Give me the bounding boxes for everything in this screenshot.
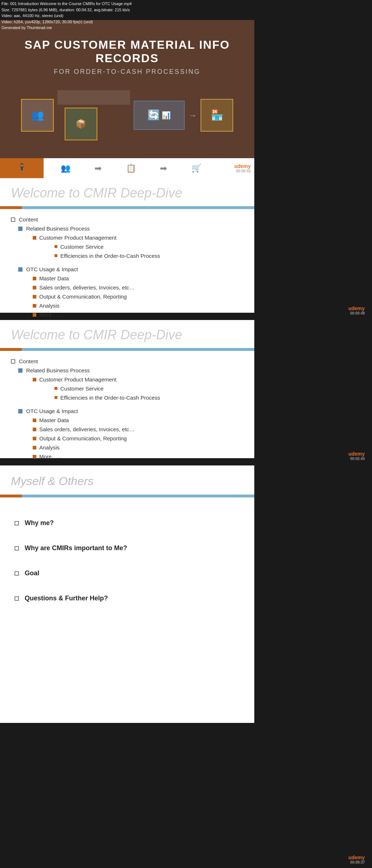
q-spacer-2	[15, 562, 240, 569]
slide-3-cpm-label: Customer Product Management	[39, 376, 117, 383]
slide-3-eff-label: Efficiencies in the Order-to-Cash Proces…	[60, 395, 160, 401]
slide-3-cpm: Customer Product Management Customer Ser…	[33, 376, 243, 401]
slide-2-so-label: Sales orders, deliveries, Invoices, etc…	[39, 284, 135, 291]
slide-3-cpm-children: Customer Service Efficiencies in the Ord…	[54, 385, 243, 401]
slide-3-an-label: Analysis	[39, 444, 60, 451]
flow-box-output: 🏪	[201, 99, 233, 132]
file-info-line4: Video: h264, yuv420p, 1280x720, 30.00 fp…	[1, 19, 132, 25]
bullet-an	[33, 304, 36, 308]
slide-5-panel: Why me? Why are CMIRs important to Me? G…	[0, 497, 254, 723]
slide-2-an-label: Analysis	[39, 303, 60, 309]
slide-3-rbp-label: Related Business Process	[26, 367, 90, 373]
bullet-further-help	[15, 596, 19, 601]
bullet-rbp	[18, 227, 23, 231]
flow-box-process: 🔄 📊	[134, 101, 185, 130]
slide-2-title: Welcome to CMIR Deep-Dive	[0, 178, 254, 206]
slide-3-so-label: Sales orders, deliveries, Invoices, etc…	[39, 426, 135, 432]
slide-2-more-label: More…...	[39, 312, 62, 318]
slide-2-divider	[0, 206, 254, 209]
bullet-md	[33, 277, 36, 280]
bullet-otc-3	[18, 409, 23, 413]
nav-arrow-2: ➡	[153, 158, 174, 178]
slide-3-cs-label: Customer Service	[60, 385, 104, 392]
slide-3-md-label: Master Data	[39, 417, 69, 423]
slide-hero: SAP CUSTOMER MATERIAL INFO RECORDS FOR O…	[0, 20, 254, 158]
slide-2-cpm: Customer Product Management Customer Ser…	[33, 235, 243, 259]
bullet-otc	[18, 267, 23, 272]
nav-item-3[interactable]: 📋	[109, 158, 153, 178]
nav-item-4[interactable]: 🛒	[174, 158, 218, 178]
slide-2-section-otc: OTC Usage & Impact Master Data Sales ord…	[18, 266, 243, 318]
bullet-content	[11, 217, 15, 222]
flow-middle: 🔄 📊	[134, 101, 185, 130]
slide-2-panel: Welcome to CMIR Deep-Dive Content Relate…	[0, 178, 254, 313]
slide-2-cs-label: Customer Service	[60, 244, 104, 250]
question-why-me: Why me?	[15, 519, 240, 527]
bullet-cs	[54, 245, 57, 248]
bullet-eff-3	[54, 396, 57, 399]
bullet-md-3	[33, 419, 36, 422]
bullet-content-3	[11, 359, 15, 364]
slide-4-panel-top: Myself & Others	[0, 465, 254, 495]
q-spacer-1	[15, 537, 240, 544]
further-help-label: Questions & Further Help?	[25, 595, 108, 602]
bullet-why-me	[15, 521, 19, 525]
slide-3-section-otc: OTC Usage & Impact Master Data Sales ord…	[18, 408, 243, 460]
flow-box-people: 👥	[21, 99, 54, 132]
slide-3-panel: Welcome to CMIR Deep-Dive Content Relate…	[0, 320, 254, 458]
bullet-eff	[54, 254, 57, 257]
goal-label: Goal	[25, 569, 39, 577]
file-info-line2: Size: 7297881 bytes (6.96 MiB), duration…	[1, 7, 132, 13]
udemy-watermark-2: udemy 00:00:49	[348, 305, 365, 315]
slide-3-section-rbp: Related Business Process Customer Produc…	[18, 367, 243, 401]
slide-4-title: Myself & Others	[0, 465, 254, 492]
slide-2-rbp-label: Related Business Process	[26, 225, 90, 232]
nav-item-1[interactable]: 🕴	[0, 158, 44, 178]
file-info-line5: Generated by Thumbnail.me	[1, 25, 132, 31]
bullet-so	[33, 286, 36, 289]
question-why-cmirs: Why are CMIRs important to Me?	[15, 544, 240, 552]
udemy-watermark-4: udemy 00:09:37	[348, 855, 365, 864]
slide-3-otc-items: Master Data Sales orders, deliveries, In…	[33, 417, 243, 460]
bullet-cpm-3	[33, 378, 36, 381]
slide-2-oc-label: Output & Communication, Reporting	[39, 293, 127, 300]
udemy-watermark-1: udemy 00:00:55	[234, 163, 251, 173]
navigation-bar: 🕴 👥 ➡ 📋 ➡ 🛒 udemy 00:00:55	[0, 158, 254, 178]
q-spacer-3	[15, 587, 240, 595]
question-further-help: Questions & Further Help?	[15, 595, 240, 602]
slide-2-content-label: Content	[11, 216, 243, 223]
nav-arrow-1: ➡	[87, 158, 109, 178]
slide-2-section-rbp: Related Business Process Customer Produc…	[18, 225, 243, 259]
bullet-so-3	[33, 428, 36, 431]
slide-3-title: Welcome to CMIR Deep-Dive	[0, 320, 254, 348]
slide-3-more-label: More…...	[39, 453, 62, 460]
flow-connector-top	[57, 90, 130, 105]
slide-2-eff-label: Efficiencies in the Order-to-Cash Proces…	[60, 253, 160, 259]
why-cmirs-label: Why are CMIRs important to Me?	[25, 544, 127, 552]
bullet-oc-3	[33, 437, 36, 440]
hero-title: SAP CUSTOMER MATERIAL INFO RECORDS	[0, 38, 254, 65]
flow-arrow-right: →	[188, 110, 197, 120]
slide-3-otc-label: OTC Usage & Impact	[26, 408, 78, 414]
slide-2-otc-items: Master Data Sales orders, deliveries, In…	[33, 275, 243, 318]
file-info-line3: Video: aac, 44100 Hz, stereo (und)	[1, 13, 132, 19]
bullet-goal	[15, 571, 19, 576]
bullet-cpm	[33, 236, 36, 240]
slide-2-cpm-children: Customer Service Efficiencies in the Ord…	[54, 244, 243, 259]
slide-3-content: Content Related Business Process Custome…	[0, 351, 254, 470]
flow-box-products: 📦	[65, 108, 97, 140]
slide-2-otc-label: OTC Usage & Impact	[26, 266, 78, 272]
file-info: File: 001 Introduction Welcome to the Co…	[0, 0, 133, 32]
slide-2-cpm-label: Customer Product Management	[39, 235, 117, 241]
slide-2-md-label: Master Data	[39, 275, 69, 281]
spacer-2	[11, 404, 243, 408]
bullet-why-cmirs	[15, 546, 19, 551]
slide-5-spacer	[15, 508, 240, 519]
bullet-cs-3	[54, 387, 57, 390]
file-info-line1: File: 001 Introduction Welcome to the Co…	[1, 1, 132, 7]
slide-4-divider	[0, 495, 254, 497]
nav-item-2[interactable]: 👥	[44, 158, 87, 178]
slide-2-content: Content Related Business Process Custome…	[0, 209, 254, 328]
bullet-more-3	[33, 455, 36, 459]
bullet-oc	[33, 295, 36, 299]
